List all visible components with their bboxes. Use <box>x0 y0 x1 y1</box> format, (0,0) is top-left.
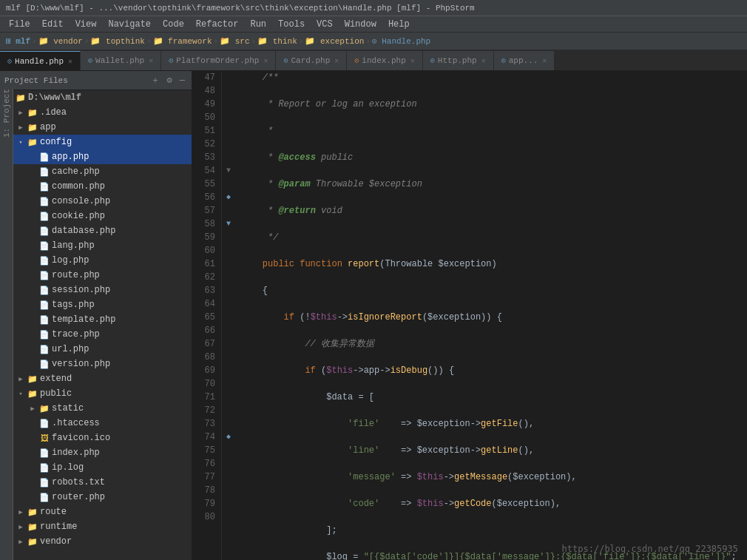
tree-route[interactable]: ▶ 📁 route <box>0 505 192 519</box>
tab-wallet[interactable]: ⊙ Wallet.php ✕ <box>81 51 161 70</box>
menu-refactor[interactable]: Refactor <box>190 18 245 31</box>
tree-lang-php[interactable]: 📄 lang.php <box>0 238 192 253</box>
router-php-label: router.php <box>52 492 105 502</box>
tree-trace-php[interactable]: 📄 trace.php <box>0 327 192 342</box>
menu-window[interactable]: Window <box>339 18 382 31</box>
tree-router-php[interactable]: 📄 router.php <box>0 490 192 505</box>
tree-public[interactable]: ▾ 📁 public <box>0 386 192 401</box>
lang-php-label: lang.php <box>52 240 95 251</box>
session-php-label: session.php <box>52 285 110 295</box>
tree-extend[interactable]: ▶ 📁 extend <box>0 371 192 386</box>
line-60: 'file' => $exception->getFile(), <box>241 417 747 431</box>
tab-close-http[interactable]: ✕ <box>481 56 486 65</box>
trace-php-label: trace.php <box>52 329 100 340</box>
tree-favicon[interactable]: 🖼 favicon.ico <box>0 431 192 445</box>
tree-tags-php[interactable]: 📄 tags.php <box>0 297 192 312</box>
menu-tools[interactable]: Tools <box>272 18 311 31</box>
tree-session-php[interactable]: 📄 session.php <box>0 283 192 297</box>
watermark: https://blog.csdn.net/qq_22385935 <box>562 544 738 554</box>
menu-edit[interactable]: Edit <box>36 18 70 31</box>
menu-help[interactable]: Help <box>382 18 416 31</box>
tab-label-wallet: Wallet.php <box>95 56 144 65</box>
config-folder-icon: 📁 <box>27 138 38 147</box>
tree-config[interactable]: ▾ 📁 config <box>0 135 192 149</box>
vendor-label: vendor <box>40 536 72 547</box>
tree-route-php[interactable]: 📄 route.php <box>0 268 192 283</box>
tree-version-php[interactable]: 📄 version.php <box>0 357 192 371</box>
database-php-icon: 📄 <box>38 226 50 236</box>
menu-bar: File Edit View Navigate Code Refactor Ru… <box>0 16 747 33</box>
tree-robots[interactable]: 📄 robots.txt <box>0 475 192 490</box>
log-php-label: log.php <box>52 255 89 266</box>
tab-index[interactable]: ⊙ index.php ✕ <box>347 51 422 70</box>
tree-database-php[interactable]: 📄 database.php <box>0 223 192 238</box>
tree-index-php[interactable]: 📄 index.php <box>0 445 192 460</box>
tree-common-php[interactable]: 📄 common.php <box>0 179 192 194</box>
tab-close-handle[interactable]: ✕ <box>68 57 72 66</box>
line-51: * @param Throwable $exception <box>241 178 747 191</box>
title-bar: mlf [D:\www\mlf] - ...\vendor\topthink\f… <box>0 0 747 16</box>
version-php-icon: 📄 <box>38 360 50 369</box>
breadcrumb-root[interactable]: ⊞ mlf <box>6 36 30 46</box>
tab-close-wallet[interactable]: ✕ <box>149 56 153 65</box>
tree-log-php[interactable]: 📄 log.php <box>0 253 192 268</box>
trace-php-icon: 📄 <box>38 330 50 340</box>
index-php-label: index.php <box>52 448 100 458</box>
tree-app-php[interactable]: 📄 app.php <box>0 149 192 164</box>
tab-close-platformorder[interactable]: ✕ <box>263 56 268 65</box>
tab-label-handle: Handle.php <box>15 57 64 66</box>
tree-idea[interactable]: ▶ 📁 .idea <box>0 105 192 120</box>
tree-htaccess[interactable]: 📄 .htaccess <box>0 416 192 431</box>
app-php-label: app.php <box>52 152 89 162</box>
code-content[interactable]: /** * Report or log an exception * * @ac… <box>235 71 747 560</box>
tab-icon-card: ⊙ <box>283 56 288 65</box>
editor[interactable]: 47 48 49 50 51 52 53 54 55 56 57 58 59 6… <box>192 71 747 560</box>
tree-vendor[interactable]: ▶ 📁 vendor <box>0 534 192 549</box>
tab-platformorder[interactable]: ⊙ PlatformOrder.php ✕ <box>161 51 276 70</box>
tree-console-php[interactable]: 📄 console.php <box>0 194 192 209</box>
template-php-label: template.php <box>52 314 115 325</box>
menu-run[interactable]: Run <box>244 18 272 31</box>
tab-card[interactable]: ⊙ Card.php ✕ <box>276 51 347 70</box>
common-php-icon: 📄 <box>38 182 50 192</box>
tree-runtime[interactable]: ▶ 📁 runtime <box>0 519 192 534</box>
tab-close-app[interactable]: ✕ <box>542 56 547 65</box>
tab-app[interactable]: ⊙ app... ✕ <box>494 51 555 70</box>
htaccess-icon: 📄 <box>38 419 50 428</box>
tree-url-php[interactable]: 📄 url.php <box>0 342 192 357</box>
tab-close-card[interactable]: ✕ <box>334 56 339 65</box>
tree-root[interactable]: ▾ 📁 D:\www\mlf <box>0 90 192 105</box>
breadcrumb-src[interactable]: 📁 src <box>220 36 249 46</box>
sidebar-header: Project Files ＋ ⚙ — <box>0 71 192 90</box>
tab-http[interactable]: ⊙ Http.php ✕ <box>423 51 494 70</box>
add-icon[interactable]: ＋ <box>149 72 162 88</box>
project-panel-label[interactable]: 1: Project <box>0 89 13 560</box>
tab-handle[interactable]: ⊙ Handle.php ✕ <box>0 51 81 70</box>
menu-view[interactable]: View <box>70 18 103 31</box>
tree-cache-php[interactable]: 📄 cache.php <box>0 164 192 179</box>
tab-icon-index: ⊙ <box>354 56 359 65</box>
tree-cookie-php[interactable]: 📄 cookie.php <box>0 209 192 223</box>
tab-label-card: Card.php <box>291 56 330 65</box>
breadcrumb-exception[interactable]: 📁 exception <box>305 36 364 46</box>
tree-template-php[interactable]: 📄 template.php <box>0 312 192 327</box>
tab-icon-wallet: ⊙ <box>88 56 92 65</box>
breadcrumb-file[interactable]: ⊙ Handle.php <box>372 36 430 46</box>
breadcrumb-think[interactable]: 📁 think <box>257 36 297 46</box>
tree-ip-log[interactable]: 📄 ip.log <box>0 460 192 475</box>
tree-static[interactable]: ▶ 📁 static <box>0 401 192 416</box>
breadcrumb-framework[interactable]: 📁 framework <box>153 36 212 46</box>
tree-app[interactable]: ▶ 📁 app <box>0 120 192 135</box>
database-php-label: database.php <box>52 226 115 236</box>
menu-code[interactable]: Code <box>157 18 190 31</box>
menu-navigate[interactable]: Navigate <box>102 18 157 31</box>
cache-php-icon: 📄 <box>38 167 50 177</box>
settings-icon[interactable]: ⚙ <box>165 73 175 87</box>
menu-vcs[interactable]: VCS <box>311 18 339 31</box>
tab-close-index[interactable]: ✕ <box>410 56 415 65</box>
breadcrumb-topthink[interactable]: 📁 topthink <box>90 36 144 46</box>
menu-file[interactable]: File <box>3 18 36 31</box>
minus-icon[interactable]: — <box>178 74 187 87</box>
line-53: */ <box>241 231 747 244</box>
breadcrumb-vendor[interactable]: 📁 vendor <box>38 36 83 46</box>
